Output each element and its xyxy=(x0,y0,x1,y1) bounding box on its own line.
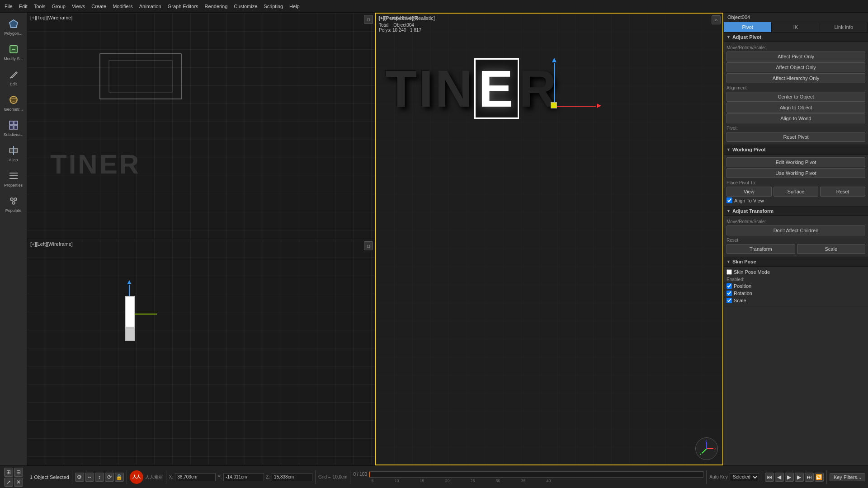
rotation-checkbox[interactable] xyxy=(726,291,732,296)
svg-rect-5 xyxy=(9,121,13,125)
reset-label: Reset: xyxy=(726,236,865,243)
next-frame-btn[interactable]: ▶ xyxy=(795,473,804,482)
time-value: 0 / 100 xyxy=(353,472,367,477)
tool-btn-b[interactable]: ↔ xyxy=(85,473,94,482)
tool-btn-a[interactable]: ⚙ xyxy=(75,473,84,482)
align-to-object-btn[interactable]: Align to Object xyxy=(726,103,865,113)
svg-marker-0 xyxy=(9,20,18,28)
sidebar-item-geometry[interactable]: Geometr... xyxy=(1,90,26,115)
reset-transform-btn[interactable]: Transform xyxy=(726,244,795,254)
viewport-left-corner[interactable]: □ xyxy=(364,241,373,250)
position-row: Position xyxy=(726,282,865,290)
menu-create[interactable]: Create xyxy=(89,3,109,10)
menu-edit[interactable]: Edit xyxy=(16,3,30,10)
tool-btn-e[interactable]: 🔒 xyxy=(115,473,124,482)
tool-btn-d[interactable]: ⟳ xyxy=(105,473,114,482)
align-to-view-checkbox[interactable] xyxy=(726,197,732,203)
working-pivot-reset-btn[interactable]: Reset xyxy=(820,187,865,197)
sidebar-item-edit[interactable]: Edit xyxy=(1,65,26,89)
viewport-top-corner[interactable]: □ xyxy=(364,15,373,24)
menu-tools[interactable]: Tools xyxy=(31,3,48,10)
bottom-btn-1[interactable]: ⊞ xyxy=(4,468,13,477)
bottom-btn-4[interactable]: ✕ xyxy=(14,478,23,487)
place-pivot-surface-btn[interactable]: Surface xyxy=(774,187,819,197)
menu-file[interactable]: File xyxy=(2,3,15,10)
position-checkbox[interactable] xyxy=(726,283,732,289)
tab-pivot[interactable]: Pivot xyxy=(724,22,772,32)
timeline-track[interactable] xyxy=(369,471,703,478)
z-input[interactable] xyxy=(272,473,312,481)
affect-object-only-btn[interactable]: Affect Object Only xyxy=(726,62,865,72)
tab-link-info[interactable]: Link Info xyxy=(820,22,868,32)
menu-customize[interactable]: Customize xyxy=(231,3,260,10)
svg-point-15 xyxy=(14,198,17,201)
prev-frame-btn[interactable]: ◀ xyxy=(775,473,784,482)
bottom-bar-left: ⊞ ⊟ ↗ ✕ xyxy=(0,468,27,487)
svg-rect-11 xyxy=(9,173,18,174)
y-input[interactable] xyxy=(223,473,264,481)
center-to-object-btn[interactable]: Center to Object xyxy=(726,92,865,102)
affect-hierarchy-only-btn[interactable]: Affect Hierarchy Only xyxy=(726,73,865,83)
left-sidebar: Polygon... Modify S... Edit Geometr... xyxy=(0,13,27,465)
sidebar-item-modify[interactable]: Modify S... xyxy=(1,40,26,64)
svg-rect-13 xyxy=(9,178,18,179)
menu-rendering[interactable]: Rendering xyxy=(202,3,231,10)
menu-graph-editors[interactable]: Graph Editors xyxy=(165,3,201,10)
skin-pose-mode-label: Skin Pose Mode xyxy=(734,269,770,275)
sidebar-label-geometry: Geometr... xyxy=(4,107,23,112)
menu-scripting[interactable]: Scripting xyxy=(261,3,286,10)
play-btn[interactable]: ▶ xyxy=(785,473,794,482)
sidebar-item-populate[interactable]: Populate xyxy=(1,192,26,216)
reset-pivot-btn[interactable]: Reset Pivot xyxy=(726,132,865,142)
sidebar-label-edit: Edit xyxy=(10,82,17,86)
autokey-select[interactable]: Selected xyxy=(730,473,759,481)
bottom-btn-3[interactable]: ↗ xyxy=(4,478,13,487)
go-start-btn[interactable]: ⏮ xyxy=(765,473,774,482)
section-header-working-pivot[interactable]: ▼ Working Pivot xyxy=(724,145,868,155)
viewport-left[interactable]: [+][Left][Wireframe] □ xyxy=(27,239,375,465)
viewport-perspective[interactable]: [+][Perspective][Realistic] ○ Total Obje… xyxy=(375,13,723,465)
sidebar-item-polygon[interactable]: Polygon... xyxy=(1,14,26,39)
axis-gizmo: X Y Z xyxy=(695,437,718,460)
sidebar-item-subdivision[interactable]: Subdivisi... xyxy=(1,116,26,140)
reset-scale-btn[interactable]: Scale xyxy=(797,244,866,254)
viewport-perspective-corner[interactable]: ○ xyxy=(712,15,721,24)
grid-section: Grid = 10,0cm xyxy=(316,474,350,479)
sidebar-item-align[interactable]: Align xyxy=(1,141,26,165)
polygon-icon xyxy=(7,18,20,30)
viewport-top[interactable]: [+][Top][Wireframe] □ TINER xyxy=(27,13,375,239)
top-toolbar: File Edit Tools Group Views Create Modif… xyxy=(0,0,868,13)
align-to-world-btn[interactable]: Align to World xyxy=(726,113,865,123)
sidebar-item-properties[interactable]: Properties xyxy=(1,166,26,191)
align-icon xyxy=(7,144,20,157)
scale-checkbox[interactable] xyxy=(726,298,732,303)
sidebar-label-subdivision: Subdivisi... xyxy=(4,132,24,137)
menu-animation[interactable]: Animation xyxy=(137,3,164,10)
section-header-skin-pose[interactable]: ▼ Skin Pose xyxy=(724,257,868,267)
menu-modifiers[interactable]: Modifiers xyxy=(110,3,136,10)
place-pivot-view-btn[interactable]: View xyxy=(726,187,772,197)
tool-btn-c[interactable]: ↕ xyxy=(95,473,104,482)
edit-working-pivot-btn[interactable]: Edit Working Pivot xyxy=(726,157,865,167)
bottom-btn-2[interactable]: ⊟ xyxy=(14,468,23,477)
go-end-btn[interactable]: ⏭ xyxy=(805,473,814,482)
skin-pose-mode-checkbox[interactable] xyxy=(726,269,732,275)
subdivision-icon xyxy=(7,119,20,131)
dont-affect-children-btn[interactable]: Don't Affect Children xyxy=(726,225,865,235)
x-label: X: xyxy=(169,474,173,479)
tab-ik[interactable]: IK xyxy=(772,22,820,32)
x-input[interactable] xyxy=(175,473,216,481)
menu-group[interactable]: Group xyxy=(49,3,68,10)
use-working-pivot-btn[interactable]: Use Working Pivot xyxy=(726,168,865,178)
section-header-adjust-pivot[interactable]: ▼ Adjust Pivot xyxy=(724,33,868,42)
section-header-adjust-transform[interactable]: ▼ Adjust Transform xyxy=(724,206,868,216)
menu-views[interactable]: Views xyxy=(69,3,88,10)
skin-pose-arrow: ▼ xyxy=(726,259,731,264)
section-body-adjust-pivot: Move/Rotate/Scale: Affect Pivot Only Aff… xyxy=(724,42,868,145)
loop-btn[interactable]: 🔁 xyxy=(815,473,824,482)
viewport-stats: Total Object004 Polys: 10 240 1 817 xyxy=(379,23,421,33)
sidebar-label-populate: Populate xyxy=(5,208,22,213)
affect-pivot-only-btn[interactable]: Affect Pivot Only xyxy=(726,52,865,61)
menu-help[interactable]: Help xyxy=(287,3,302,10)
key-filters-btn[interactable]: Key Filters... xyxy=(830,473,865,481)
